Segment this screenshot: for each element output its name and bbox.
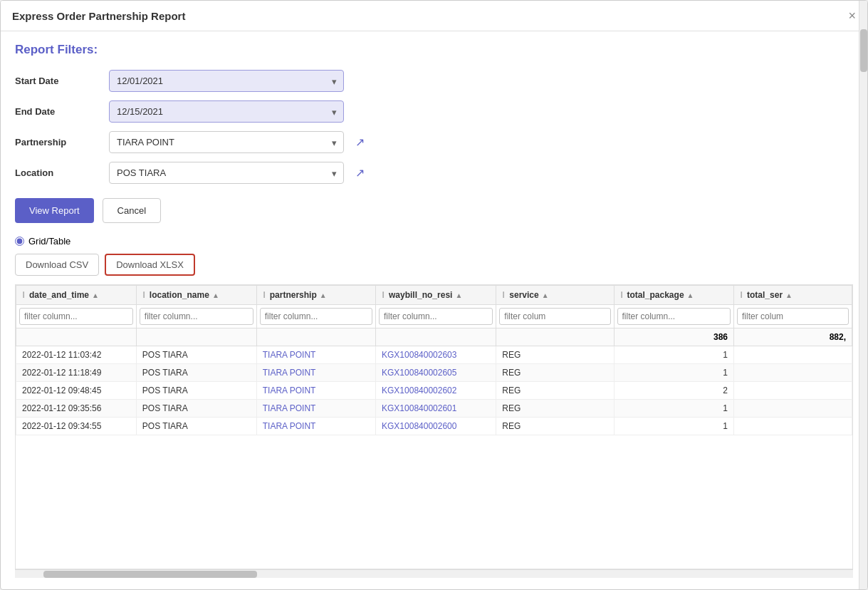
table-body: 2022-01-12 11:03:42POS TIARATIARA POINTK… [16, 346, 852, 435]
download-xlsx-button[interactable]: Download XLSX [105, 254, 195, 276]
partnership-external-link-icon[interactable]: ↗ [355, 135, 365, 149]
col-service[interactable]: ⁞ service ▲ [496, 286, 614, 305]
cell-link[interactable]: TIARA POINT [263, 421, 316, 431]
table-row: 2022-01-12 11:18:49POS TIARATIARA POINTK… [16, 364, 852, 382]
table-row: 2022-01-12 09:34:55POS TIARATIARA POINTK… [16, 418, 852, 435]
cell-link[interactable]: TIARA POINT [263, 368, 316, 378]
cell-link[interactable]: KGX100840002605 [382, 368, 456, 378]
table-cell: TIARA POINT [256, 364, 375, 382]
table-cell: KGX100840002602 [376, 382, 496, 400]
filter-cell-total-package [614, 305, 734, 328]
cell-link[interactable]: KGX100840002600 [382, 421, 456, 431]
table-cell: 1 [614, 418, 734, 435]
table-cell: REG [496, 382, 614, 400]
sort-icon-total-ser[interactable]: ▲ [785, 291, 793, 299]
col-waybill[interactable]: ⁞ waybill_no_resi ▲ [376, 286, 496, 305]
cell-link[interactable]: TIARA POINT [263, 403, 316, 413]
download-csv-button[interactable]: Download CSV [15, 254, 99, 276]
filter-form: Start Date 12/01/2021 End Date 12/15/202… [15, 70, 853, 184]
col-location-name[interactable]: ⁞ location_name ▲ [136, 286, 256, 305]
filter-input-date[interactable] [19, 308, 133, 325]
sort-icon-waybill[interactable]: ▲ [455, 291, 462, 299]
total-cell-date [16, 328, 137, 346]
table-cell [734, 400, 852, 418]
table-cell: TIARA POINT [256, 418, 375, 435]
cancel-button[interactable]: Cancel [103, 198, 161, 223]
table-cell: KGX100840002600 [376, 418, 496, 435]
sort-icon-date[interactable]: ▲ [92, 291, 99, 299]
total-cell-waybill [376, 328, 496, 346]
modal-title: Express Order Partnership Report [12, 10, 185, 22]
table-row: 2022-01-12 11:03:42POS TIARATIARA POINTK… [16, 346, 852, 364]
table-cell: 2 [614, 382, 734, 400]
col-total-ser[interactable]: ⁞ total_ser ▲ [734, 286, 852, 305]
cell-link[interactable]: TIARA POINT [263, 385, 316, 395]
filter-cell-location [136, 305, 256, 328]
table-cell: REG [496, 346, 614, 364]
col-date-and-time[interactable]: ⁞ date_and_time ▲ [16, 286, 137, 305]
drag-icon-partnership: ⁞ [263, 290, 266, 300]
table-cell: TIARA POINT [256, 382, 375, 400]
end-date-row: End Date 12/15/2021 [15, 100, 853, 123]
partnership-wrapper: TIARA POINT [109, 131, 344, 153]
modal-container: Express Order Partnership Report × Repor… [0, 0, 868, 590]
cell-link[interactable]: KGX100840002602 [382, 385, 456, 395]
close-button[interactable]: × [848, 9, 856, 22]
table-cell: 1 [614, 346, 734, 364]
filter-cell-service [496, 305, 614, 328]
filter-input-total-ser[interactable] [737, 308, 849, 325]
end-date-select[interactable]: 12/15/2021 [109, 100, 344, 123]
modal-header: Express Order Partnership Report × [1, 1, 867, 31]
col-partnership[interactable]: ⁞ partnership ▲ [256, 286, 375, 305]
table-cell: 2022-01-12 09:48:45 [16, 382, 137, 400]
filter-input-waybill[interactable] [379, 308, 493, 325]
filter-input-partnership[interactable] [260, 308, 372, 325]
drag-icon-date: ⁞ [22, 290, 25, 300]
partnership-row: Partnership TIARA POINT ↗ [15, 131, 853, 153]
table-cell: 2022-01-12 09:35:56 [16, 400, 137, 418]
table-cell: KGX100840002605 [376, 364, 496, 382]
cell-link[interactable]: TIARA POINT [263, 350, 316, 360]
sort-icon-total-package[interactable]: ▲ [687, 291, 694, 299]
table-cell: POS TIARA [136, 382, 256, 400]
table-filter-row [16, 305, 852, 328]
filter-input-service[interactable] [499, 308, 610, 325]
cell-link[interactable]: KGX100840002601 [382, 403, 456, 413]
cell-link[interactable]: KGX100840002603 [382, 350, 456, 360]
modal-body: Report Filters: Start Date 12/01/2021 En… [1, 31, 867, 589]
table-cell: POS TIARA [136, 364, 256, 382]
total-cell-location [136, 328, 256, 346]
start-date-select[interactable]: 12/01/2021 [109, 70, 344, 92]
table-cell [734, 382, 852, 400]
grid-table-radio[interactable] [15, 237, 24, 246]
total-cell-total-package: 386 [614, 328, 734, 346]
sort-icon-service[interactable]: ▲ [542, 291, 549, 299]
table-cell: 1 [614, 364, 734, 382]
table-cell: REG [496, 418, 614, 435]
col-service-label: service [509, 290, 538, 300]
filter-input-total-package[interactable] [617, 308, 731, 325]
location-external-link-icon[interactable]: ↗ [355, 166, 365, 180]
view-report-button[interactable]: View Report [15, 198, 94, 223]
table-row: 2022-01-12 09:35:56POS TIARATIARA POINTK… [16, 400, 852, 418]
col-location-label: location_name [150, 290, 209, 300]
partnership-select[interactable]: TIARA POINT [109, 131, 344, 153]
table-cell: REG [496, 364, 614, 382]
location-wrapper: POS TIARA [109, 162, 344, 184]
sort-icon-partnership[interactable]: ▲ [320, 291, 327, 299]
table-cell: POS TIARA [136, 418, 256, 435]
sort-icon-location[interactable]: ▲ [212, 291, 219, 299]
drag-icon-location: ⁞ [142, 290, 145, 300]
horizontal-scrollbar[interactable] [15, 569, 853, 578]
location-select[interactable]: POS TIARA [109, 162, 344, 184]
vertical-scrollbar[interactable] [859, 1, 867, 589]
scrollbar-thumb-bottom [43, 571, 257, 578]
filter-input-location[interactable] [140, 308, 253, 325]
report-filters-title: Report Filters: [15, 43, 853, 57]
start-date-row: Start Date 12/01/2021 [15, 70, 853, 92]
filter-cell-date [16, 305, 137, 328]
table-cell: 1 [614, 400, 734, 418]
table-cell: TIARA POINT [256, 346, 375, 364]
col-waybill-label: waybill_no_resi [389, 290, 452, 300]
col-total-package[interactable]: ⁞ total_package ▲ [614, 286, 734, 305]
